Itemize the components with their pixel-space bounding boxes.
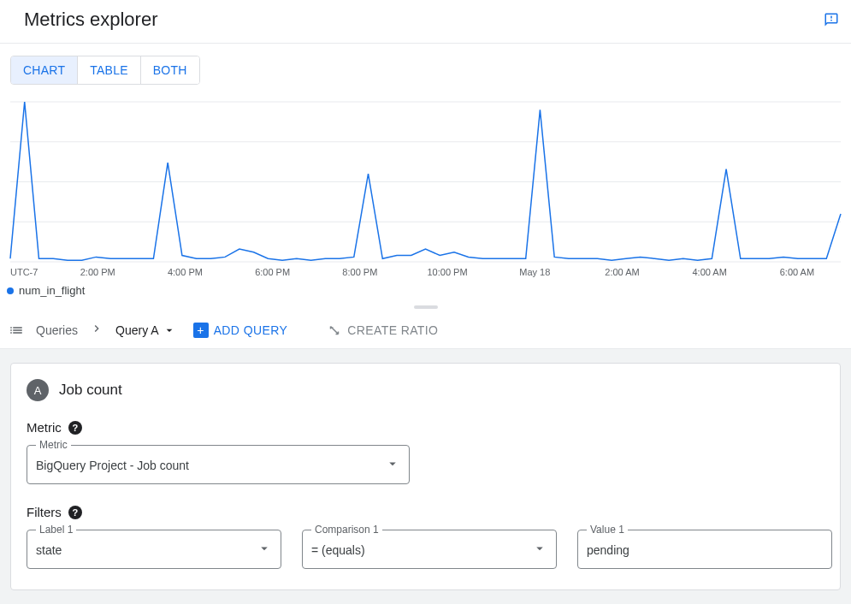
svg-text:6:00 AM: 6:00 AM xyxy=(780,267,814,277)
svg-text:6:00 PM: 6:00 PM xyxy=(255,267,290,277)
view-toggle-group: CHART TABLE BOTH xyxy=(10,56,200,85)
ratio-icon xyxy=(327,323,342,338)
svg-text:10:00 PM: 10:00 PM xyxy=(428,267,468,277)
filter-label-select[interactable]: Label 1 state xyxy=(27,530,281,569)
queries-list-icon[interactable] xyxy=(9,323,24,338)
line-chart[interactable]: UTC-72:00 PM4:00 PM6:00 PM8:00 PM10:00 P… xyxy=(7,97,844,281)
create-ratio-button[interactable]: CREATE RATIO xyxy=(322,319,443,341)
filter-value-input[interactable]: Value 1 xyxy=(577,530,832,569)
help-icon[interactable]: ? xyxy=(68,421,82,435)
metric-field-label: Metric xyxy=(36,439,71,451)
svg-text:4:00 PM: 4:00 PM xyxy=(168,267,203,277)
query-toolbar: Queries Query A + ADD QUERY CREATE RATIO xyxy=(0,312,851,349)
chevron-right-icon xyxy=(90,322,103,339)
svg-text:May 18: May 18 xyxy=(519,267,550,277)
svg-text:4:00 AM: 4:00 AM xyxy=(693,267,727,277)
queries-crumb[interactable]: Queries xyxy=(36,323,78,337)
caret-down-icon xyxy=(385,456,400,475)
card-title: Job count xyxy=(59,382,122,399)
caret-down-icon xyxy=(257,541,272,560)
metric-section-label: Metric xyxy=(27,420,62,435)
active-query-dropdown[interactable]: Query A xyxy=(115,323,176,337)
add-query-button[interactable]: + ADD QUERY xyxy=(188,319,293,341)
resize-handle-icon[interactable] xyxy=(0,302,851,312)
legend-dot-icon xyxy=(7,287,14,294)
svg-text:8:00 PM: 8:00 PM xyxy=(342,267,377,277)
svg-text:UTC-7: UTC-7 xyxy=(10,267,38,277)
view-table-tab[interactable]: TABLE xyxy=(77,56,140,84)
view-both-tab[interactable]: BOTH xyxy=(140,56,199,84)
metric-select[interactable]: Metric BigQuery Project - Job count xyxy=(27,445,410,484)
help-icon[interactable]: ? xyxy=(68,506,82,519)
page-title: Metrics explorer xyxy=(24,9,157,31)
plus-icon: + xyxy=(193,323,209,338)
query-config-card: A Job count Metric ? Metric BigQuery Pro… xyxy=(10,363,841,590)
query-badge: A xyxy=(27,379,49,401)
feedback-icon[interactable] xyxy=(824,12,839,27)
caret-down-icon xyxy=(532,541,547,560)
svg-text:2:00 PM: 2:00 PM xyxy=(80,267,115,277)
filter-comparison-select[interactable]: Comparison 1 = (equals) xyxy=(302,530,557,569)
legend-label: num_in_flight xyxy=(19,284,85,297)
chart-area: UTC-72:00 PM4:00 PM6:00 PM8:00 PM10:00 P… xyxy=(0,88,851,302)
filters-section-label: Filters xyxy=(27,505,62,519)
caret-down-icon xyxy=(163,323,176,337)
svg-text:2:00 AM: 2:00 AM xyxy=(605,267,639,277)
view-chart-tab[interactable]: CHART xyxy=(11,56,77,84)
chart-legend: num_in_flight xyxy=(7,281,844,297)
